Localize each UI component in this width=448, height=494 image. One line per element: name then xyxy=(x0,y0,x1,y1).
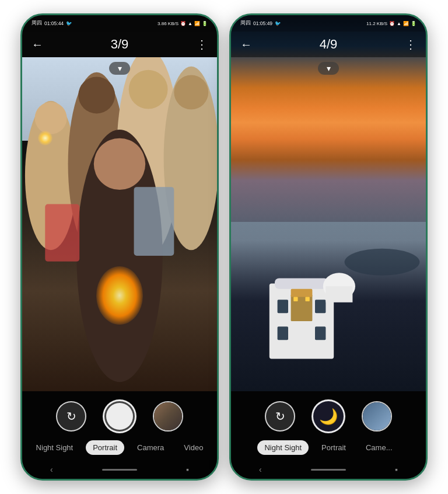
mode-portrait-1[interactable]: Portrait xyxy=(86,440,124,455)
svg-rect-10 xyxy=(45,204,79,262)
shutter-inner-1 xyxy=(106,403,133,430)
people-svg xyxy=(22,57,217,391)
status-left-2: 周四 01:05:49 🐦 xyxy=(240,20,281,27)
phone-2-screen: 周四 01:05:49 🐦 11.2 KB/S ⏰ ▲ 📶 🔋 ← 4/9 ⋮ xyxy=(231,15,426,479)
svg-rect-11 xyxy=(134,187,174,256)
shutter-button-1[interactable] xyxy=(103,399,136,433)
svg-rect-23 xyxy=(293,297,298,301)
home-gesture-2 xyxy=(311,469,346,471)
rotate-button-2[interactable]: ↻ xyxy=(265,401,295,432)
thumbnail-img-2 xyxy=(363,402,391,430)
phone-nav-2: ‹ ▪ xyxy=(231,460,426,479)
thumbnail-img-1 xyxy=(154,402,182,430)
signal-icon-2: ▲ xyxy=(397,21,401,26)
emoji-icon-1: 🐦 xyxy=(66,20,72,26)
phone-2: 周四 01:05:49 🐦 11.2 KB/S ⏰ ▲ 📶 🔋 ← 4/9 ⋮ xyxy=(229,13,428,481)
page-counter-1: 3/9 xyxy=(111,37,129,52)
thumbnail-button-1[interactable] xyxy=(153,401,183,432)
back-gesture-2: ‹ xyxy=(259,465,262,474)
svg-point-7 xyxy=(174,75,208,110)
day-label-2: 周四 xyxy=(240,20,251,27)
svg-rect-18 xyxy=(315,300,326,314)
status-bar-1: 周四 01:05:44 🐦 3.86 KB/S ⏰ ▲ 📶 🔋 xyxy=(22,15,217,32)
buildings-svg xyxy=(231,241,426,391)
mode-video-1[interactable]: Video xyxy=(177,440,210,455)
status-bar-2: 周四 01:05:49 🐦 11.2 KB/S ⏰ ▲ 📶 🔋 xyxy=(231,15,426,32)
more-button-2[interactable]: ⋮ xyxy=(405,37,416,51)
speed-label-1: 3.86 KB/S xyxy=(158,21,178,26)
back-button-1[interactable]: ← xyxy=(32,38,43,51)
bottom-controls-1: ↻ Night Sight Portrait Camera xyxy=(22,391,217,460)
page-counter-2: 4/9 xyxy=(320,37,338,52)
recents-gesture-1: ▪ xyxy=(186,465,189,474)
signal-icon-1: ▲ xyxy=(188,21,192,26)
svg-point-5 xyxy=(129,70,168,109)
back-button-2[interactable]: ← xyxy=(240,38,252,51)
sparkle-secondary xyxy=(38,131,52,145)
status-right-1: 3.86 KB/S ⏰ ▲ 📶 🔋 xyxy=(158,21,208,26)
svg-rect-16 xyxy=(291,289,313,297)
mode-portrait-2[interactable]: Portrait xyxy=(314,440,353,455)
svg-rect-24 xyxy=(305,297,309,301)
day-label-1: 周四 xyxy=(32,20,42,27)
moon-icon-2: 🌙 xyxy=(319,408,338,426)
svg-point-12 xyxy=(345,249,420,276)
nav-bar-1: ← 3/9 ⋮ xyxy=(22,32,217,57)
svg-point-3 xyxy=(78,77,115,114)
svg-point-9 xyxy=(94,138,145,190)
night-shutter-button-2[interactable]: 🌙 xyxy=(312,399,345,433)
wifi-icon-1: 📶 xyxy=(194,21,200,26)
people-layer xyxy=(22,57,217,391)
speed-label-2: 11.2 KB/S xyxy=(366,21,387,26)
status-left-1: 周四 01:05:44 🐦 xyxy=(32,20,72,27)
clock-icon-2: ⏰ xyxy=(389,21,395,26)
mode-night-sight-2[interactable]: Night Sight xyxy=(257,440,309,455)
mode-night-sight-1[interactable]: Night Sight xyxy=(29,440,80,455)
mode-pills-2: Night Sight Portrait Came... xyxy=(257,440,399,455)
camera-buttons-2: ↻ 🌙 xyxy=(265,399,392,433)
status-right-2: 11.2 KB/S ⏰ ▲ 📶 🔋 xyxy=(366,21,416,26)
photo-background xyxy=(22,57,217,391)
phone-1-screen: 周四 01:05:44 🐦 3.86 KB/S ⏰ ▲ 📶 🔋 ← 3/9 ⋮ xyxy=(22,15,217,479)
home-gesture-1 xyxy=(102,469,137,471)
time-label-2: 01:05:49 xyxy=(253,20,272,26)
emoji-icon-2: 🐦 xyxy=(275,20,281,26)
battery-icon-2: 🔋 xyxy=(411,21,416,26)
recents-gesture-2: ▪ xyxy=(395,465,398,474)
mode-camera-1[interactable]: Camera xyxy=(130,440,171,455)
clock-icon-1: ⏰ xyxy=(180,21,186,26)
wifi-icon-2: 📶 xyxy=(403,21,409,26)
phone-nav-1: ‹ ▪ xyxy=(22,460,217,479)
svg-rect-14 xyxy=(275,279,328,289)
rotate-button-1[interactable]: ↻ xyxy=(56,401,86,432)
dropdown-button-1[interactable] xyxy=(109,62,130,75)
bottom-controls-2: ↻ 🌙 Night Sight Portrait Came... xyxy=(231,391,426,460)
nav-bar-2: ← 4/9 ⋮ xyxy=(231,32,426,57)
rotate-icon-2: ↻ xyxy=(275,409,285,423)
svg-rect-22 xyxy=(326,287,352,303)
mode-pills-1: Night Sight Portrait Camera Video xyxy=(29,440,211,455)
battery-icon-1: 🔋 xyxy=(202,21,208,26)
buildings-silhouette-2 xyxy=(231,241,426,391)
dropdown-button-2[interactable] xyxy=(318,62,339,75)
phone-comparison: 周四 01:05:44 🐦 3.86 KB/S ⏰ ▲ 📶 🔋 ← 3/9 ⋮ xyxy=(20,13,428,481)
svg-point-1 xyxy=(35,102,67,134)
thumbnail-button-2[interactable] xyxy=(362,401,392,432)
svg-rect-20 xyxy=(315,327,326,340)
time-label-1: 01:05:44 xyxy=(44,20,64,26)
sparkle-main xyxy=(96,266,143,325)
svg-rect-19 xyxy=(278,327,288,340)
more-button-1[interactable]: ⋮ xyxy=(196,37,208,51)
phone-1: 周四 01:05:44 🐦 3.86 KB/S ⏰ ▲ 📶 🔋 ← 3/9 ⋮ xyxy=(20,13,219,481)
camera-buttons-1: ↻ xyxy=(56,399,183,433)
back-gesture-1: ‹ xyxy=(50,465,53,474)
svg-rect-17 xyxy=(278,300,288,314)
rotate-icon-1: ↻ xyxy=(66,409,76,423)
mode-camera-2[interactable]: Came... xyxy=(359,440,400,455)
